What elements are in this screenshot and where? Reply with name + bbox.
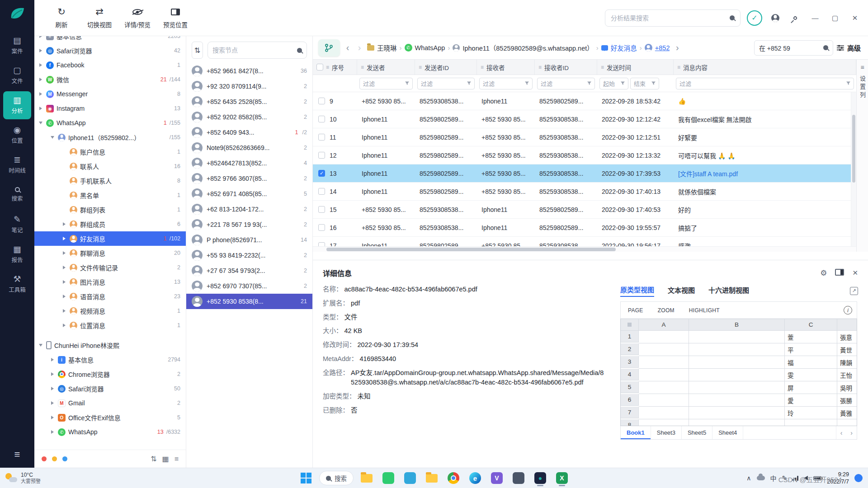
- in-result-search[interactable]: [754, 40, 833, 56]
- tree-item[interactable]: 账户信息1: [34, 145, 186, 159]
- chevron-right-icon[interactable]: [38, 36, 43, 38]
- tree-item[interactable]: 视频消息1: [34, 304, 186, 318]
- table-row[interactable]: 9+852 5930 85...85259308538...Iphone1185…: [313, 92, 856, 110]
- column-header-receiver-id[interactable]: ≡接收者ID: [535, 60, 597, 75]
- switch-view-button[interactable]: ⇄切换视图: [82, 4, 117, 32]
- taskbar-edge[interactable]: e: [467, 469, 484, 487]
- grid-cell[interactable]: 黃雅: [837, 407, 857, 419]
- tree-item[interactable]: Chrome浏览器2: [34, 367, 186, 381]
- global-search-input[interactable]: [611, 14, 726, 22]
- info-icon[interactable]: i: [844, 306, 852, 314]
- grid-column-header[interactable]: A: [639, 319, 689, 331]
- grid-cell[interactable]: 愛: [785, 394, 837, 407]
- grid-cell[interactable]: [689, 343, 785, 356]
- chevron-right-icon[interactable]: [50, 416, 55, 419]
- taskbar-wechat-app[interactable]: [380, 469, 397, 487]
- sheet-tab[interactable]: Book1: [621, 426, 651, 439]
- global-search[interactable]: [605, 9, 741, 27]
- wifi-icon[interactable]: [793, 476, 798, 481]
- filter-input[interactable]: 结束: [630, 78, 659, 89]
- vertical-scrollbar[interactable]: [851, 92, 856, 246]
- filter-input[interactable]: 过滤: [537, 78, 595, 89]
- pin-icon[interactable]: [788, 11, 802, 25]
- chevron-right-icon[interactable]: [50, 387, 55, 390]
- breadcrumb-item[interactable]: +852: [645, 44, 670, 52]
- taskbar-start-button[interactable]: [297, 469, 315, 487]
- funnel-icon[interactable]: [467, 80, 471, 87]
- grid-row-number[interactable]: 1: [621, 331, 639, 343]
- search-icon[interactable]: [297, 48, 302, 53]
- grid-row-number[interactable]: 7: [621, 407, 639, 418]
- row-checkbox[interactable]: [318, 152, 325, 159]
- status-dot-red[interactable]: [42, 456, 47, 461]
- table-row[interactable]: 14Iphone1185259802589...+852 5930 85...8…: [313, 183, 856, 201]
- grid-cell[interactable]: [639, 419, 689, 426]
- grid-column-header[interactable]: C: [785, 319, 837, 331]
- refresh-button[interactable]: ↻刷新: [44, 4, 79, 32]
- tree-item[interactable]: 图片消息13: [34, 275, 186, 289]
- grid-cell[interactable]: 平: [785, 343, 837, 356]
- chevron-right-icon[interactable]: [38, 92, 43, 96]
- tree-item[interactable]: 联系人16: [34, 159, 186, 174]
- filter-input[interactable]: 过滤: [479, 78, 533, 89]
- rail-item-analysis[interactable]: ▥分析: [3, 91, 31, 119]
- list-view-icon[interactable]: ≡: [175, 455, 179, 463]
- table-row[interactable]: 17Iphone1185259802589...+852 5930 85...8…: [313, 237, 856, 246]
- chevron-right-icon[interactable]: [50, 372, 55, 376]
- tree-item[interactable]: OOffice文件Exif信息5: [34, 410, 186, 425]
- maximize-button[interactable]: ▢: [828, 11, 842, 25]
- grid-row-number[interactable]: 2: [621, 343, 639, 355]
- settings-gear-icon[interactable]: ⚙: [820, 268, 827, 278]
- clock[interactable]: 9:29 2022/7/7: [827, 471, 849, 486]
- grid-row-number[interactable]: 3: [621, 356, 639, 368]
- sheet-tab[interactable]: Sheet4: [712, 426, 743, 439]
- rail-item-toolbox[interactable]: ⚒工具箱: [3, 270, 31, 298]
- row-checkbox[interactable]: [318, 224, 325, 231]
- grid-cell[interactable]: [837, 419, 857, 426]
- select-all-checkbox[interactable]: [316, 64, 323, 70]
- funnel-icon[interactable]: [651, 80, 656, 87]
- contact-item[interactable]: +852 5930 8538(8...21: [186, 294, 312, 309]
- taskbar-mail-app[interactable]: [401, 469, 419, 487]
- grid-row-number[interactable]: 8: [621, 419, 639, 426]
- funnel-icon[interactable]: [621, 80, 625, 87]
- grid-cell[interactable]: [639, 407, 689, 419]
- tree-item[interactable]: 群组成员6: [34, 217, 186, 231]
- filter-input[interactable]: 过滤: [359, 78, 413, 89]
- contact-item[interactable]: +852 9661 8427(8...36: [186, 63, 312, 79]
- vertical-scrollbar-thumb[interactable]: [852, 115, 855, 183]
- funnel-icon[interactable]: [405, 80, 409, 87]
- status-dot-blue[interactable]: [62, 456, 67, 461]
- cloud-icon[interactable]: [757, 476, 765, 480]
- filter-input[interactable]: 过滤: [417, 78, 475, 89]
- contact-item[interactable]: +55 93 8419-2232(...2: [186, 248, 312, 263]
- breadcrumb-item[interactable]: ✆WhatsApp: [405, 44, 445, 52]
- chevron-right-icon[interactable]: [50, 401, 55, 405]
- taskbar-forensics-app[interactable]: ●: [532, 469, 549, 487]
- contact-item[interactable]: +852 6409 943...1/2: [186, 125, 312, 140]
- column-header-message-content[interactable]: ≡消息内容: [674, 60, 856, 75]
- table-row[interactable]: ✓13Iphone1185259802589...+852 5930 85...…: [313, 164, 856, 183]
- viewer-tool-page[interactable]: PAGE: [621, 302, 651, 319]
- search-icon[interactable]: [823, 45, 828, 50]
- node-search[interactable]: [208, 42, 307, 59]
- grid-cell[interactable]: 吳明: [837, 381, 857, 394]
- viewer-tool-zoom[interactable]: ZOOM: [651, 302, 682, 319]
- taskbar-media-app[interactable]: V: [488, 469, 505, 487]
- grid-cell[interactable]: 陳韻: [837, 356, 857, 369]
- rail-item-search[interactable]: 搜索: [3, 181, 31, 209]
- grid-cell[interactable]: 張意: [837, 331, 857, 343]
- sort-button[interactable]: ⇅: [192, 42, 203, 59]
- contact-item[interactable]: +27 67 354 9793(2...2: [186, 263, 312, 278]
- grid-column-header[interactable]: B: [689, 319, 785, 331]
- grid-cell[interactable]: [639, 343, 689, 356]
- filter-input[interactable]: 起始: [599, 78, 628, 89]
- breadcrumb-item[interactable]: Iphone11（85259802589@s.whatsapp.net）: [453, 43, 593, 52]
- breadcrumb-item[interactable]: 好友消息: [601, 43, 637, 52]
- column-header-receiver[interactable]: ≡接收者: [477, 60, 535, 75]
- contact-item[interactable]: +852 9202 8582(85...2: [186, 109, 312, 125]
- grid-cell[interactable]: [785, 419, 837, 426]
- column-header-sender[interactable]: ≡发送者: [357, 60, 415, 75]
- chevron-right-icon[interactable]: [38, 49, 43, 52]
- taskbar-files-app[interactable]: [423, 469, 440, 487]
